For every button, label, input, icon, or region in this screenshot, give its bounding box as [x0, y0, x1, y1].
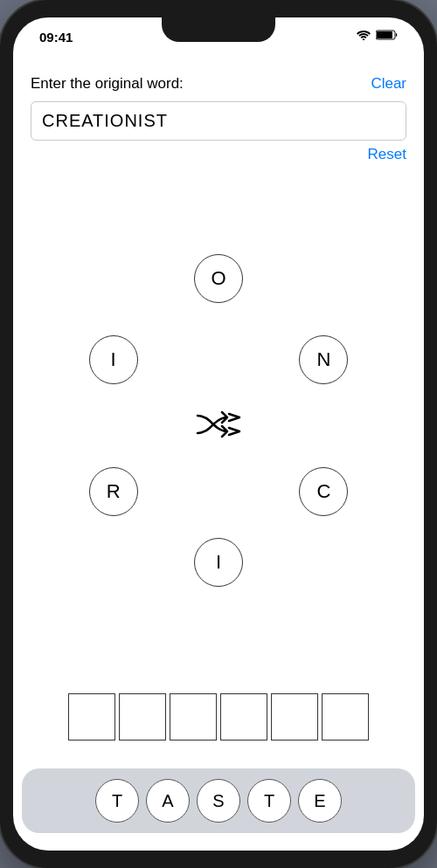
placed-letter-A[interactable]: A	[146, 779, 190, 823]
letter-circle-C[interactable]: C	[299, 467, 348, 516]
letter-circle-I1[interactable]: I	[89, 335, 138, 384]
letter-circle-I2[interactable]: I	[194, 538, 243, 587]
placed-letter-T2[interactable]: T	[247, 779, 291, 823]
notch	[162, 17, 275, 42]
phone-screen: 09:41 Enter the	[13, 17, 424, 851]
bottom-bar: T A S T E	[22, 768, 415, 833]
word-label: Enter the original word:	[31, 75, 184, 93]
letter-circle-R[interactable]: R	[89, 467, 138, 516]
svg-point-0	[363, 38, 364, 40]
answer-box-1[interactable]	[68, 693, 115, 741]
header-row: Enter the original word: Clear	[31, 75, 406, 93]
answer-box-4[interactable]	[220, 693, 267, 741]
shuffle-button[interactable]	[196, 409, 241, 444]
letter-circle-O[interactable]: O	[194, 254, 243, 303]
clear-button[interactable]: Clear	[371, 75, 406, 93]
placed-letter-E[interactable]: E	[298, 779, 342, 823]
answer-box-5[interactable]	[271, 693, 318, 741]
answer-box-3[interactable]	[170, 693, 217, 741]
answer-box-6[interactable]	[322, 693, 369, 741]
answer-row	[31, 679, 406, 754]
battery-icon	[376, 30, 398, 40]
svg-rect-2	[377, 31, 392, 38]
reset-button[interactable]: Reset	[368, 146, 406, 163]
reset-row: Reset	[31, 146, 406, 163]
placed-letter-S[interactable]: S	[197, 779, 240, 823]
placed-letter-T1[interactable]: T	[95, 779, 139, 823]
status-icons	[357, 30, 398, 40]
app-content: Enter the original word: Clear Reset O I	[13, 61, 424, 768]
wifi-icon	[357, 30, 371, 40]
status-time: 09:41	[39, 30, 73, 45]
letter-circle-N[interactable]: N	[299, 335, 348, 384]
letters-area: O I N	[31, 172, 406, 679]
phone-frame: 09:41 Enter the	[0, 0, 437, 868]
word-input[interactable]	[31, 101, 406, 141]
answer-box-2[interactable]	[119, 693, 166, 741]
